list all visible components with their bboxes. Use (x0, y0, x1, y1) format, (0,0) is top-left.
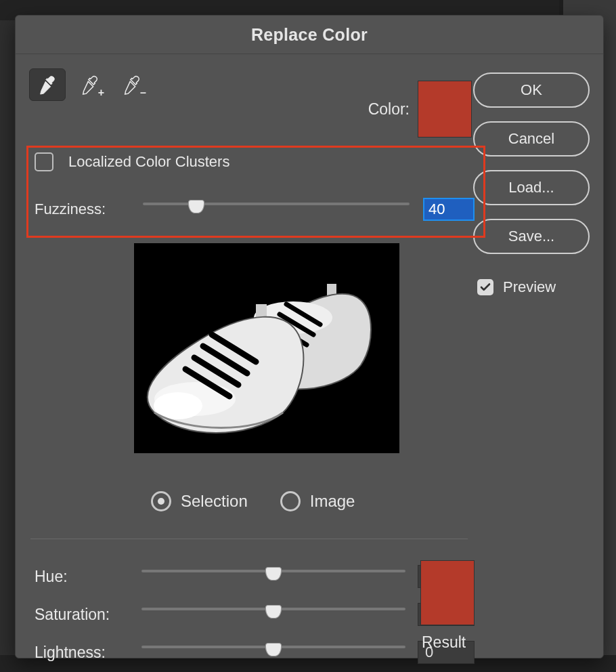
color-label: Color: (368, 100, 410, 119)
lightness-slider[interactable] (141, 639, 405, 666)
lightness-label: Lightness: (35, 644, 129, 662)
result-label: Result (422, 633, 466, 652)
preview-checkbox-row: Preview (473, 278, 590, 296)
save-button[interactable]: Save... (473, 219, 590, 254)
localized-clusters-row: Localized Color Clusters (35, 152, 229, 171)
source-color-block: Color: (368, 81, 472, 138)
localized-clusters-label: Localized Color Clusters (68, 153, 229, 171)
hue-row: Hue: (35, 558, 475, 595)
saturation-slider[interactable] (141, 601, 405, 628)
dialog-title: Replace Color (16, 16, 603, 54)
eyedropper-subtract-button[interactable]: – (114, 69, 150, 100)
radio-on-icon (151, 491, 171, 511)
view-image-radio[interactable]: Image (280, 491, 355, 511)
shoes-preview-icon (134, 243, 399, 453)
view-selection-radio[interactable]: Selection (151, 491, 248, 511)
hsl-sliders: Hue: Saturation: Lightness: (35, 558, 475, 671)
fuzziness-label: Fuzziness: (35, 201, 129, 218)
eyedropper-button[interactable] (29, 68, 66, 101)
dialog-button-column: OK Cancel Load... Save... Preview (473, 72, 590, 296)
hue-slider[interactable] (141, 563, 405, 590)
replace-color-dialog: Replace Color OK Cancel Load... Save... … (15, 15, 604, 658)
view-image-label: Image (310, 492, 355, 511)
selection-preview[interactable] (134, 243, 399, 453)
eyedropper-icon (37, 75, 58, 95)
preview-checkbox[interactable] (477, 279, 493, 295)
fuzziness-input[interactable] (423, 198, 475, 221)
eyedropper-add-button[interactable]: + (72, 69, 108, 100)
eyedropper-plus-icon: + (80, 75, 100, 95)
lightness-row: Lightness: (35, 633, 475, 671)
localized-clusters-checkbox[interactable] (35, 152, 53, 171)
left-panel: + – Color: (29, 68, 476, 101)
radio-off-icon (280, 491, 301, 511)
view-mode-radios: Selection Image (151, 491, 355, 511)
saturation-row: Saturation: (35, 595, 475, 633)
saturation-label: Saturation: (35, 606, 129, 624)
cancel-button[interactable]: Cancel (473, 121, 590, 156)
preview-label: Preview (503, 278, 556, 296)
dialog-content: OK Cancel Load... Save... Preview (16, 54, 603, 658)
result-color-swatch[interactable] (420, 560, 475, 625)
hue-label: Hue: (35, 568, 129, 586)
source-color-swatch[interactable] (418, 81, 472, 138)
eyedropper-minus-icon: – (122, 75, 142, 95)
fuzziness-row: Fuzziness: (35, 196, 475, 223)
load-button[interactable]: Load... (473, 170, 590, 205)
fuzziness-slider[interactable] (143, 196, 410, 223)
view-selection-label: Selection (181, 492, 248, 511)
ok-button[interactable]: OK (473, 72, 590, 108)
section-divider (30, 539, 468, 539)
